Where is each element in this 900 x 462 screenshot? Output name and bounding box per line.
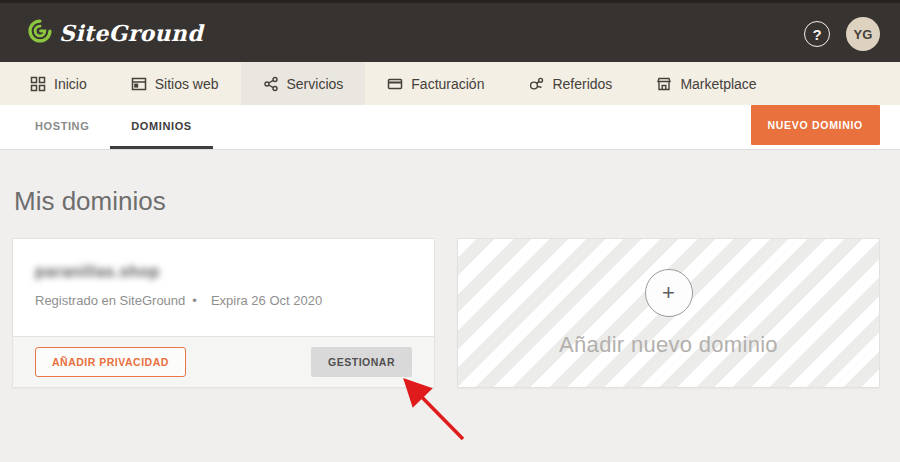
top-header: SiteGround ? YG [0,0,900,62]
manage-button[interactable]: GESTIONAR [311,347,412,377]
avatar[interactable]: YG [846,17,880,51]
nav-item-inicio[interactable]: Inicio [8,62,109,105]
nav-item-referidos[interactable]: Referidos [506,62,634,105]
separator-dot: • [192,293,197,308]
nav-item-sitios-web[interactable]: Sitios web [109,62,241,105]
nav-item-facturacion[interactable]: Facturación [365,62,506,105]
browser-window-icon [131,76,147,92]
add-domain-card[interactable]: + Añadir nuevo dominio [457,238,880,388]
share-icon [528,76,544,92]
plus-icon[interactable]: + [645,269,693,317]
domain-meta: Registrado en SiteGround • Expira 26 Oct… [35,293,322,308]
sub-navigation: HOSTING DOMINIOS NUEVO DOMINIO [0,105,900,150]
page-title: Mis dominios [14,186,166,217]
tab-hosting[interactable]: HOSTING [14,105,110,149]
nodes-icon [263,76,279,92]
tab-dominios[interactable]: DOMINIOS [110,105,212,149]
grid-icon [30,76,46,92]
registered-text: Registrado en SiteGround [35,293,185,308]
storefront-icon [656,76,672,92]
nav-item-marketplace[interactable]: Marketplace [634,62,778,105]
credit-card-icon [387,76,403,92]
add-domain-label: Añadir nuevo dominio [559,332,778,358]
siteground-spiral-icon [27,18,53,48]
new-domain-button[interactable]: NUEVO DOMINIO [751,105,880,145]
siteground-logo[interactable]: SiteGround [27,18,203,48]
main-navigation: Inicio Sitios web Servicios Facturación [0,62,900,105]
expires-text: Expira 26 Oct 2020 [211,293,322,308]
domain-name-blurred: paranillas.shop [35,263,160,281]
help-icon[interactable]: ? [804,21,830,47]
add-privacy-button[interactable]: AÑADIR PRIVACIDAD [35,347,186,377]
domain-cards-row: paranillas.shop Registrado en SiteGround… [12,238,880,388]
brand-name: SiteGround [59,20,203,46]
nav-item-servicios[interactable]: Servicios [241,62,366,105]
domain-card-footer: AÑADIR PRIVACIDAD GESTIONAR [13,336,434,387]
domain-card: paranillas.shop Registrado en SiteGround… [12,238,435,388]
